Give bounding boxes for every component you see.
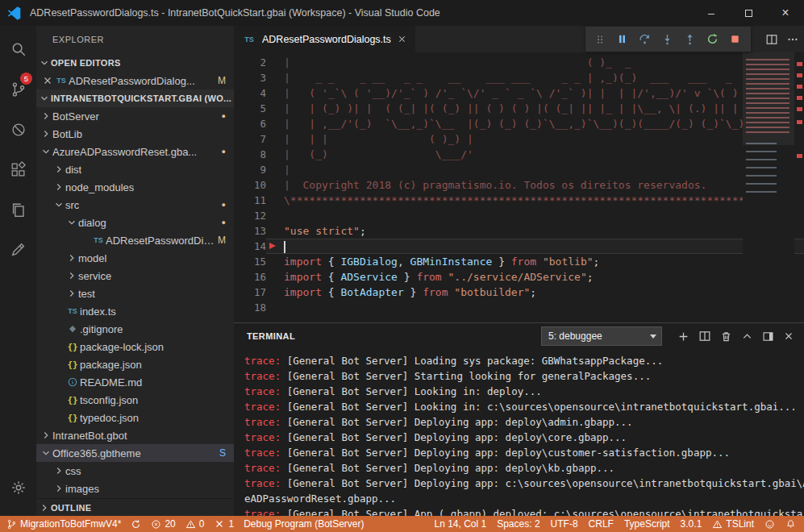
tree-item-botlib[interactable]: BotLib — [36, 125, 234, 143]
debug-step-over-button[interactable] — [639, 33, 651, 45]
activity-source-control[interactable]: 5 — [0, 69, 36, 110]
tree-item-css[interactable]: css — [36, 462, 234, 480]
code-line[interactable]: 4| ( '_`\ ( '__)/'_` ) /'_ `\/' _ ` _ `\… — [234, 85, 804, 101]
close-tab-icon[interactable] — [397, 34, 407, 44]
chevron-down-icon[interactable] — [38, 92, 51, 105]
tab-adresetpassworddialogs[interactable]: TS ADResetPasswordDialogs.ts — [234, 26, 415, 52]
debug-restart-button[interactable] — [706, 33, 719, 45]
code-line[interactable]: 3| _ _ _ __ _ _ __ ___ ___ _ _ | ,_)(_) … — [234, 70, 804, 85]
code-line[interactable]: 11\*************************************… — [234, 193, 804, 208]
code-line[interactable]: 5| | (_) )| | ( (_| |( (_) || ( ) ( ) |(… — [234, 101, 804, 116]
chevron-right-icon[interactable] — [52, 464, 65, 477]
workspace-header[interactable]: INTRANETBOTQUICKSTART.GBAI (WO... — [36, 89, 234, 107]
debug-drag-handle-button[interactable] — [595, 33, 606, 46]
close-button[interactable]: × — [767, 0, 804, 26]
code-line[interactable]: 13"use strict"; — [234, 223, 804, 239]
chevron-right-icon[interactable] — [52, 482, 65, 495]
debug-stop-button[interactable] — [729, 33, 741, 45]
chevron-right-icon[interactable] — [65, 269, 78, 282]
terminal-selector[interactable]: 5: debuggee — [541, 326, 662, 346]
chevron-right-icon[interactable] — [40, 429, 52, 442]
code-line[interactable]: 9| | — [234, 162, 804, 177]
code-line[interactable]: 16import { ADService } from "../service/… — [234, 269, 804, 285]
chevron-down-icon[interactable] — [65, 216, 78, 229]
vscode-logo-icon[interactable] — [7, 6, 22, 20]
tree-item-dist[interactable]: dist — [36, 160, 234, 178]
tree-item-office365-gbtheme[interactable]: Office365.gbthemeS — [36, 444, 234, 462]
feedback[interactable] — [764, 519, 775, 530]
chevron-down-icon[interactable] — [52, 198, 65, 211]
error-count[interactable]: 20 — [151, 518, 175, 530]
tree-item-index-ts[interactable]: TSindex.ts — [36, 302, 234, 320]
tree-item-readme-md[interactable]: README.md — [36, 373, 234, 391]
chevron-down-icon[interactable] — [40, 447, 52, 459]
tree-item-node-modules[interactable]: node_modules — [36, 178, 234, 196]
language-mode[interactable]: TypeScript — [624, 518, 670, 530]
code-line[interactable]: 7| | | ( )_) | | — [234, 131, 804, 147]
chevron-right-icon[interactable] — [40, 127, 52, 140]
chevron-right-icon[interactable] — [52, 181, 65, 193]
cursor-position[interactable]: Ln 14, Col 1 — [434, 518, 486, 530]
indentation[interactable]: Spaces: 2 — [497, 518, 539, 530]
branch-indicator[interactable]: MigrationToBotFmwV4* — [6, 518, 121, 530]
code-line[interactable]: 8| (_) \___/' | — [234, 147, 804, 162]
close-icon[interactable] — [41, 75, 54, 86]
encoding[interactable]: UTF-8 — [551, 518, 578, 530]
close-panel-button[interactable] — [783, 330, 794, 342]
new-terminal-button[interactable] — [677, 330, 689, 343]
tree-item-package-json[interactable]: {}package.json — [36, 355, 234, 373]
debug-step-into-button[interactable] — [661, 33, 673, 45]
open-editors-header[interactable]: OPEN EDITORS — [36, 54, 234, 72]
tree-item-test[interactable]: test — [36, 285, 234, 302]
chevron-right-icon[interactable] — [52, 163, 65, 176]
code-line[interactable]: 2| ( )_ _ | — [234, 55, 804, 70]
chevron-right-icon[interactable] — [38, 501, 51, 514]
chevron-down-icon[interactable] — [38, 56, 51, 69]
tree-item-gitignore[interactable]: .gitignore — [36, 320, 234, 338]
activity-search[interactable] — [0, 29, 36, 69]
activity-edit[interactable] — [0, 231, 36, 271]
minimap[interactable] — [743, 52, 794, 322]
tree-item-model[interactable]: model — [36, 249, 234, 267]
panel-layout-button[interactable] — [762, 330, 774, 343]
sync-button[interactable] — [131, 519, 141, 530]
code-line[interactable]: 14 — [234, 239, 804, 254]
activity-debug[interactable] — [0, 110, 36, 150]
activity-extensions[interactable] — [0, 150, 36, 190]
chevron-right-icon[interactable] — [40, 110, 52, 123]
code-line[interactable]: 15import { IGBDialog, GBMinInstance } fr… — [234, 254, 804, 269]
tree-item-src[interactable]: src● — [36, 196, 234, 214]
chevron-right-icon[interactable] — [65, 287, 78, 300]
tree-item-service[interactable]: service — [36, 267, 234, 285]
outline-header[interactable]: OUTLINE — [36, 498, 234, 516]
kill-terminal-button[interactable] — [720, 330, 732, 343]
chevron-down-icon[interactable] — [40, 145, 52, 158]
debug-target[interactable]: Debug Program (BotServer) — [244, 518, 364, 530]
ts-version[interactable]: 3.0.1 — [681, 518, 702, 530]
terminal-tab[interactable]: TERMINAL — [247, 331, 295, 341]
maximize-button[interactable] — [730, 0, 767, 26]
tree-item-package-lock-json[interactable]: {}package-lock.json — [36, 338, 234, 355]
more-actions-button[interactable] — [786, 33, 799, 46]
split-editor-button[interactable] — [765, 33, 778, 46]
tree-item-typedoc-json[interactable]: {}typedoc.json — [36, 409, 234, 426]
code-line[interactable]: 12 — [234, 208, 804, 223]
code-line[interactable]: 17import { BotAdapter } from "botbuilder… — [234, 285, 804, 300]
tslint-status[interactable]: TSLint — [712, 518, 754, 530]
tree-item-images[interactable]: images — [36, 480, 234, 497]
debug-step-out-button[interactable] — [684, 33, 696, 45]
split-terminal-button[interactable] — [698, 330, 711, 343]
chevron-right-icon[interactable] — [65, 251, 78, 264]
notifications[interactable] — [785, 519, 796, 530]
code-line[interactable]: 6| | ,__/'(_) `\__,_)`\__ |(_) (_) (_)`\… — [234, 116, 804, 131]
extra-count[interactable]: 1 — [214, 518, 234, 530]
warning-count[interactable]: 0 — [185, 518, 205, 530]
code-line[interactable]: 18 — [234, 300, 804, 315]
code-line[interactable]: 10| Copyright 2018 (c) pragmatismo.io. T… — [234, 177, 804, 193]
tree-item-botserver[interactable]: BotServer● — [36, 107, 234, 125]
tree-item-tsconfig-json[interactable]: {}tsconfig.json — [36, 391, 234, 409]
tree-item-azureadpasswordreset-gba[interactable]: AzureADPasswordReset.gba...● — [36, 143, 234, 160]
maximize-panel-button[interactable] — [741, 330, 753, 343]
tree-item-dialog[interactable]: dialog● — [36, 214, 234, 231]
tree-item-intranetbot-gbot[interactable]: IntranetBot.gbot — [36, 426, 234, 444]
